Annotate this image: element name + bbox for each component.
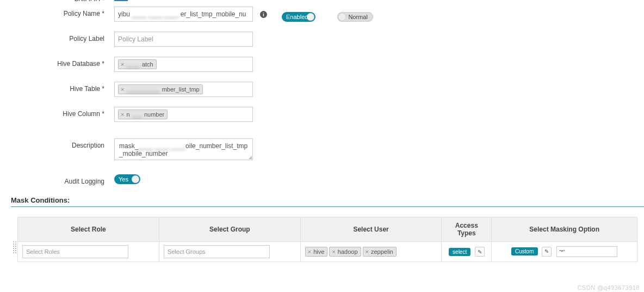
user-tag-zeppelin[interactable]: ×zeppelin [363, 247, 397, 257]
description-textarea[interactable]: mask_____ ____ ____oile_number_list_tmp … [114, 138, 253, 160]
select-roles-placeholder: Select Roles [26, 248, 60, 255]
user-tag-hive-label: hive [313, 248, 324, 255]
policy-label-label: Policy Label [0, 32, 114, 42]
close-icon[interactable]: × [121, 111, 124, 118]
hive-database-input[interactable]: × ____atch [114, 57, 253, 72]
th-group: Select Group [159, 217, 300, 242]
policy-label-placeholder: Policy Label [118, 35, 153, 43]
policy-name-label: Policy Name * [0, 7, 114, 17]
close-icon[interactable]: × [366, 248, 369, 255]
description-l1-suffix: oile_number_list_tmp [185, 142, 247, 150]
hive-table-tag[interactable]: × __________mber_list_tmp [118, 84, 203, 94]
normal-toggle-label: Normal [348, 14, 367, 20]
edit-access-button[interactable]: ✎ [475, 247, 485, 257]
close-icon[interactable]: × [121, 86, 124, 93]
hive-database-tag-suffix: atch [142, 61, 153, 68]
mask-value-input[interactable]: "*" [556, 246, 617, 257]
info-icon[interactable]: i [260, 11, 267, 18]
hive-table-label: Hive Table * [0, 82, 114, 93]
hive-database-tag-blur: ____ [126, 61, 139, 68]
user-tag-hadoop[interactable]: ×hadoop [329, 247, 361, 257]
select-groups-input[interactable]: Select Groups [164, 245, 270, 258]
close-icon[interactable]: × [308, 248, 311, 255]
policy-name-value-prefix: yibu [118, 10, 130, 18]
user-tag-hadoop-label: hadoop [338, 248, 358, 255]
select-users-input[interactable]: ×hive ×hadoop ×zeppelin [305, 247, 437, 257]
description-label: Description [0, 138, 114, 149]
th-role: Select Role [18, 217, 159, 242]
mask-conditions-title: Mask Conditions: [11, 196, 644, 204]
user-tag-hive[interactable]: ×hive [305, 247, 328, 257]
policy-id-label: Policy ID * [0, 0, 114, 1]
policy-name-value-suffix: er_list_tmp_mobile_nu [181, 10, 246, 18]
audit-logging-toggle-knob [132, 175, 139, 183]
table-row: Select Roles Select Groups ×hive ×hadoop… [18, 242, 637, 262]
hive-table-tag-blur: __________ [126, 86, 159, 93]
description-l1-prefix: mask_ [119, 142, 138, 150]
th-user: Select User [300, 217, 442, 242]
normal-toggle[interactable]: Normal [337, 12, 373, 22]
mask-option-custom-button[interactable]: Custom [511, 247, 537, 256]
edit-mask-button[interactable]: ✎ [542, 247, 552, 257]
normal-toggle-knob [338, 13, 346, 21]
hive-column-tag-blur: ___ [132, 111, 142, 118]
user-tag-zeppelin-label: zeppelin [371, 248, 393, 255]
close-icon[interactable]: × [121, 61, 124, 68]
enabled-toggle[interactable]: Enabled [282, 12, 315, 22]
access-type-select-button[interactable]: select [449, 248, 470, 256]
description-l1-blur: ____ ____ ____ [138, 142, 185, 150]
hive-column-tag[interactable]: × n___number [118, 110, 168, 119]
enabled-toggle-knob [307, 13, 314, 21]
enabled-toggle-label: Enabled [286, 14, 308, 20]
hive-column-label: Hive Column * [0, 107, 114, 118]
hive-column-tag-prefix: n [126, 111, 129, 118]
policy-name-value-blur: ____ ____ ____ [132, 10, 179, 18]
hive-table-input[interactable]: × __________mber_list_tmp [114, 82, 253, 97]
section-underline [11, 206, 644, 207]
policy-name-input[interactable]: yibu____ ____ ____er_list_tmp_mobile_nu [114, 7, 253, 22]
pencil-icon: ✎ [544, 248, 549, 254]
hive-table-tag-suffix: mber_list_tmp [162, 86, 200, 93]
drag-handle-icon[interactable] [13, 241, 17, 254]
audit-logging-toggle-label: Yes [119, 176, 128, 182]
pencil-icon: ✎ [478, 249, 482, 255]
select-roles-input[interactable]: Select Roles [22, 245, 128, 258]
mask-conditions-table: Select Role Select Group Select User Acc… [17, 217, 637, 262]
th-access: Access Types [442, 217, 492, 242]
policy-label-input[interactable]: Policy Label [114, 32, 253, 47]
close-icon[interactable]: × [332, 248, 335, 255]
th-mask: Select Masking Option [492, 217, 637, 242]
audit-logging-toggle[interactable]: Yes [114, 174, 140, 184]
audit-logging-label: Audit Logging [0, 174, 114, 185]
select-groups-placeholder: Select Groups [168, 248, 206, 255]
mask-value-text: "*" [559, 249, 565, 254]
hive-column-input[interactable]: × n___number [114, 107, 253, 122]
hive-database-label: Hive Database * [0, 57, 114, 68]
hive-column-tag-suffix: number [144, 111, 164, 118]
policy-id-badge [114, 0, 128, 1]
hive-database-tag[interactable]: × ____atch [118, 59, 157, 69]
description-l2: _mobile_number [119, 150, 248, 157]
